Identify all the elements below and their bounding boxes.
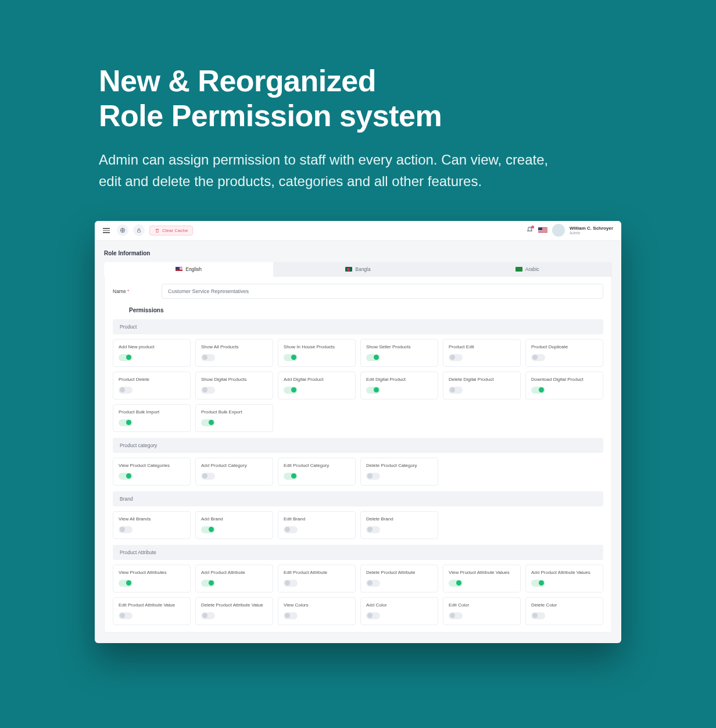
- toggle-knob: [367, 613, 373, 618]
- permission-toggle[interactable]: [284, 612, 298, 619]
- tab-english[interactable]: English: [104, 262, 273, 277]
- toggle-knob: [367, 527, 373, 532]
- permission-toggle[interactable]: [531, 580, 545, 587]
- permission-label: View Product Attributes: [119, 570, 185, 576]
- permission-label: Delete Product Attribute Value: [201, 602, 267, 608]
- flag-us-icon[interactable]: [538, 227, 547, 233]
- permission-toggle[interactable]: [449, 612, 463, 619]
- permission-label: Add Brand: [201, 516, 267, 522]
- permission-toggle[interactable]: [366, 473, 380, 480]
- permission-toggle[interactable]: [366, 387, 380, 394]
- tab-english-label: English: [185, 266, 202, 272]
- hero-title-line1: New & Reorganized: [99, 64, 376, 98]
- tab-bangla[interactable]: Bangla: [273, 262, 442, 277]
- permission-card: Add Digital Product: [278, 372, 356, 399]
- toggle-knob: [209, 527, 214, 532]
- permission-toggle[interactable]: [366, 526, 380, 533]
- permission-label: Add Color: [366, 602, 432, 608]
- toggle-knob: [450, 387, 455, 392]
- permission-label: View Product Categories: [119, 463, 185, 469]
- toggle-knob: [291, 355, 296, 360]
- toggle-knob: [539, 387, 544, 392]
- role-panel: Name * Permissions ProductAdd New produc…: [104, 277, 612, 633]
- permission-card: View All Brands: [113, 511, 191, 539]
- permission-toggle[interactable]: [284, 526, 298, 533]
- permission-label: Product Delete: [119, 377, 185, 383]
- toggle-knob: [367, 580, 373, 586]
- toggle-knob: [126, 580, 131, 586]
- permission-group-header: Product Attribute: [113, 545, 603, 560]
- permission-toggle[interactable]: [366, 354, 380, 361]
- permission-toggle[interactable]: [119, 580, 133, 587]
- notifications-button[interactable]: [526, 226, 534, 235]
- permission-toggle[interactable]: [531, 612, 545, 619]
- permission-toggle[interactable]: [201, 387, 215, 394]
- toggle-knob: [202, 473, 207, 479]
- permission-toggle[interactable]: [119, 354, 133, 361]
- toggle-knob: [202, 387, 207, 392]
- permission-group-header: Brand: [113, 491, 603, 506]
- permission-toggle[interactable]: [119, 473, 133, 480]
- toggle-knob: [456, 580, 461, 586]
- permission-toggle[interactable]: [531, 354, 545, 361]
- permission-label: Download Digital Product: [531, 377, 597, 383]
- permission-grid: View Product AttributesAdd Product Attri…: [113, 565, 603, 625]
- permission-toggle[interactable]: [201, 526, 215, 533]
- permission-toggle[interactable]: [201, 419, 215, 426]
- permission-label: Show Seller Products: [366, 344, 432, 350]
- permission-toggle[interactable]: [119, 419, 133, 426]
- flag-us-icon: [176, 267, 182, 272]
- permission-card: Add Product Attribute: [195, 565, 273, 593]
- toggle-knob: [285, 580, 290, 586]
- permission-toggle[interactable]: [449, 354, 463, 361]
- hero-subtitle: Admin can assign permission to staff wit…: [99, 149, 552, 192]
- permission-toggle[interactable]: [284, 473, 298, 480]
- permission-card: Edit Brand: [278, 511, 356, 539]
- permission-toggle[interactable]: [284, 580, 298, 587]
- globe-icon: [120, 227, 126, 233]
- app-screenshot: Clear Cache William C. Schroyer Admin Ro…: [95, 221, 621, 643]
- permission-toggle[interactable]: [201, 354, 215, 361]
- tab-arabic-label: Arabic: [525, 266, 539, 272]
- permission-toggle[interactable]: [366, 612, 380, 619]
- clear-cache-button[interactable]: Clear Cache: [149, 226, 193, 235]
- permission-label: Product Duplicate: [531, 344, 597, 350]
- permission-toggle[interactable]: [366, 580, 380, 587]
- permission-toggle[interactable]: [449, 580, 463, 587]
- lock-button[interactable]: [133, 224, 145, 236]
- globe-button[interactable]: [117, 224, 128, 236]
- permission-toggle[interactable]: [119, 526, 133, 533]
- toggle-knob: [532, 613, 538, 618]
- permission-toggle[interactable]: [284, 387, 298, 394]
- permission-label: Delete Product Attribute: [366, 570, 432, 576]
- permission-grid: View All BrandsAdd BrandEdit BrandDelete…: [113, 511, 603, 539]
- toggle-knob: [374, 355, 379, 360]
- tab-bangla-label: Bangla: [355, 266, 370, 272]
- avatar[interactable]: [552, 224, 565, 237]
- permission-toggle[interactable]: [531, 387, 545, 394]
- toggle-knob: [120, 613, 125, 618]
- permission-toggle[interactable]: [284, 354, 298, 361]
- toggle-knob: [202, 613, 207, 618]
- permission-toggle[interactable]: [119, 612, 133, 619]
- menu-icon[interactable]: [103, 228, 110, 233]
- permission-card: Edit Color: [443, 597, 521, 625]
- notification-dot: [531, 226, 534, 229]
- permission-grid: View Product CategoriesAdd Product Categ…: [113, 458, 603, 486]
- permission-grid: Add New productShow All ProductsShow In …: [113, 339, 603, 432]
- permission-toggle[interactable]: [201, 612, 215, 619]
- permission-toggle[interactable]: [119, 387, 133, 394]
- role-name-input[interactable]: [162, 284, 603, 299]
- toggle-knob: [539, 580, 544, 586]
- permission-label: Product Edit: [449, 344, 515, 350]
- permission-toggle[interactable]: [201, 473, 215, 480]
- user-meta[interactable]: William C. Schroyer Admin: [570, 226, 613, 235]
- toggle-knob: [367, 473, 373, 479]
- flag-bd-icon: [345, 267, 352, 272]
- svg-rect-1: [138, 230, 141, 233]
- permission-label: Product Bulk Import: [119, 409, 185, 415]
- tab-arabic[interactable]: Arabic: [443, 262, 612, 277]
- language-tabs: English Bangla Arabic: [104, 262, 612, 277]
- permission-toggle[interactable]: [201, 580, 215, 587]
- permission-toggle[interactable]: [449, 387, 463, 394]
